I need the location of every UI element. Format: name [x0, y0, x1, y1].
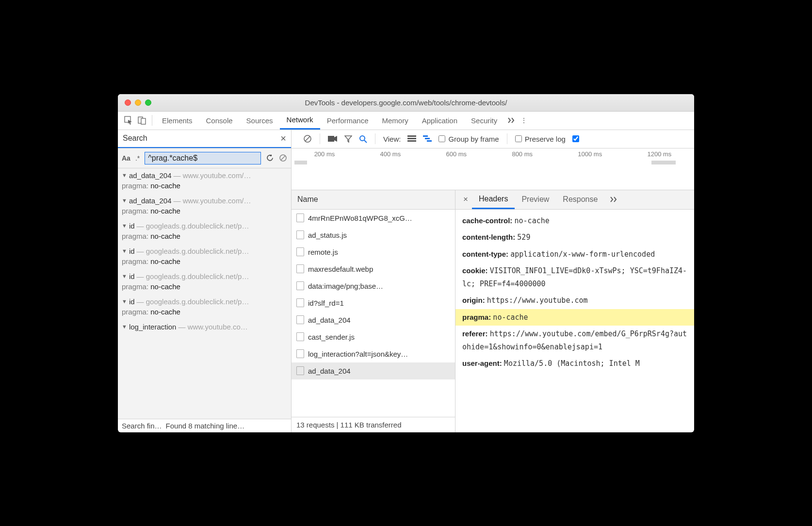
detail-tabs-overflow-icon[interactable] [610, 197, 618, 202]
search-result[interactable]: ▼id — googleads.g.doubleclick.net/p…prag… [118, 244, 291, 269]
preserve-log-checkbox[interactable]: Preserve log [515, 135, 566, 143]
svg-rect-2 [141, 118, 146, 124]
request-row[interactable]: data:image/png;base… [292, 278, 455, 295]
refresh-icon[interactable] [266, 154, 274, 162]
search-result[interactable]: ▼log_interaction — www.youtube.co… [118, 320, 291, 335]
title-bar: DevTools - developers.google.com/web/too… [118, 94, 694, 112]
detail-tab-headers[interactable]: Headers [472, 190, 515, 209]
headers-content: cache-control: no-cachecontent-length: 5… [455, 210, 694, 432]
header-line: referer: https://www.youtube.com/embed/G… [455, 326, 694, 355]
request-row[interactable]: remote.js [292, 244, 455, 261]
search-status-left: Search fin… [122, 422, 162, 430]
search-panel: Search × Aa .* ▼ad_data_204 — www.youtub… [118, 130, 292, 432]
file-icon [296, 264, 304, 273]
file-icon [296, 349, 304, 358]
header-line: cookie: VISITOR_INFO1_LIVE=dDk0-xTswPs; … [455, 263, 694, 292]
view-label: View: [383, 135, 401, 143]
file-icon [296, 332, 304, 341]
detail-tab-response[interactable]: Response [556, 190, 604, 209]
header-line: origin: https://www.youtube.com [455, 292, 694, 309]
camera-icon[interactable] [328, 135, 338, 142]
view-list-icon[interactable] [407, 135, 416, 142]
regex-icon[interactable]: .* [135, 154, 140, 162]
clear-icon[interactable] [279, 154, 287, 162]
window-title: DevTools - developers.google.com/web/too… [118, 99, 694, 107]
header-line: cache-control: no-cache [455, 213, 694, 230]
request-row[interactable]: 4mrRnEPnWo81qWPG8_xcG… [292, 210, 455, 227]
file-icon [296, 298, 304, 307]
search-results: ▼ad_data_204 — www.youtube.com/…pragma: … [118, 168, 291, 419]
tab-network[interactable]: Network [280, 112, 320, 130]
file-icon [296, 214, 304, 222]
search-panel-header: Search × [118, 130, 291, 148]
request-row[interactable]: maxresdefault.webp [292, 261, 455, 278]
tab-elements[interactable]: Elements [155, 112, 199, 130]
tabs-overflow-icon[interactable] [508, 117, 516, 123]
request-list: Name 4mrRnEPnWo81qWPG8_xcG…ad_status.jsr… [292, 190, 455, 432]
request-row[interactable]: ad_status.js [292, 227, 455, 244]
file-icon [296, 366, 304, 375]
close-icon[interactable]: × [280, 133, 286, 144]
tab-sources[interactable]: Sources [240, 112, 280, 130]
search-result[interactable]: ▼id — googleads.g.doubleclick.net/p…prag… [118, 269, 291, 295]
search-status-bar: Search fin… Found 8 matching line… [118, 419, 291, 432]
svg-line-4 [281, 156, 285, 160]
search-result[interactable]: ▼ad_data_204 — www.youtube.com/…pragma: … [118, 168, 291, 194]
search-icon[interactable] [359, 135, 367, 143]
close-detail-icon[interactable]: × [459, 195, 472, 204]
name-column-header[interactable]: Name [292, 190, 455, 210]
svg-rect-14 [425, 138, 430, 139]
tab-console[interactable]: Console [199, 112, 240, 130]
match-case-icon[interactable]: Aa [122, 154, 130, 162]
filter-icon[interactable] [344, 135, 352, 143]
network-panel: View: Group by frame Preserve log 200 ms… [292, 130, 694, 432]
header-line: pragma: no-cache [455, 309, 694, 326]
request-row[interactable]: id?slf_rd=1 [292, 295, 455, 312]
search-input[interactable] [145, 152, 261, 164]
tab-application[interactable]: Application [415, 112, 464, 130]
tab-memory[interactable]: Memory [375, 112, 415, 130]
header-line: content-length: 529 [455, 229, 694, 246]
devtools-window: DevTools - developers.google.com/web/too… [118, 94, 694, 432]
request-row[interactable]: ad_data_204 [292, 312, 455, 329]
file-icon [296, 281, 304, 290]
detail-tab-bar: × HeadersPreviewResponse [455, 190, 694, 210]
svg-point-8 [360, 136, 365, 141]
timeline-tick: 400 ms [380, 150, 401, 158]
clear-button[interactable] [303, 134, 312, 143]
svg-rect-11 [407, 138, 416, 139]
inspect-icon[interactable] [122, 114, 135, 127]
view-waterfall-icon[interactable] [423, 135, 432, 142]
search-status-right: Found 8 matching line… [166, 422, 245, 430]
file-icon [296, 247, 304, 256]
timeline-tick: 200 ms [314, 150, 335, 158]
device-toggle-icon[interactable] [135, 114, 149, 127]
group-by-frame-checkbox[interactable]: Group by frame [438, 135, 499, 143]
tab-security[interactable]: Security [464, 112, 504, 130]
detail-tab-preview[interactable]: Preview [515, 190, 556, 209]
header-line: user-agent: Mozilla/5.0 (Macintosh; Inte… [455, 355, 694, 372]
svg-rect-7 [328, 136, 334, 142]
divider [152, 115, 152, 126]
request-row[interactable]: log_interaction?alt=json&key… [292, 345, 455, 362]
svg-rect-13 [423, 135, 428, 137]
search-result[interactable]: ▼id — googleads.g.doubleclick.net/p…prag… [118, 219, 291, 244]
search-toolbar: Aa .* [118, 148, 291, 168]
search-result[interactable]: ▼id — googleads.g.doubleclick.net/p…prag… [118, 295, 291, 320]
tab-performance[interactable]: Performance [320, 112, 375, 130]
timeline-tick: 1200 ms [647, 150, 671, 158]
request-row[interactable]: cast_sender.js [292, 329, 455, 345]
timeline[interactable]: 200 ms400 ms600 ms800 ms1000 ms1200 ms [292, 148, 694, 190]
request-row[interactable]: ad_data_204 [292, 362, 455, 379]
disable-cache-checkbox[interactable] [572, 135, 579, 142]
timeline-tick: 800 ms [512, 150, 533, 158]
header-line: content-type: application/x-www-form-url… [455, 246, 694, 263]
svg-line-6 [305, 136, 310, 141]
more-menu-icon[interactable]: ⋮ [520, 116, 528, 124]
network-toolbar: View: Group by frame Preserve log [292, 130, 694, 148]
svg-rect-12 [407, 140, 416, 142]
svg-rect-10 [407, 135, 416, 137]
file-icon [296, 315, 304, 324]
svg-rect-15 [427, 140, 432, 142]
search-result[interactable]: ▼ad_data_204 — www.youtube.com/…pragma: … [118, 194, 291, 219]
